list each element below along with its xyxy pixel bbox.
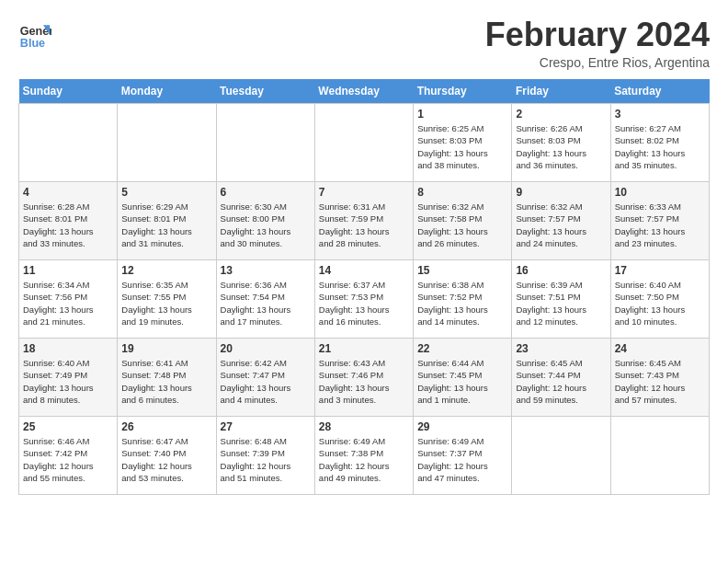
table-row (314, 104, 413, 182)
table-row: 19Sunrise: 6:41 AM Sunset: 7:48 PM Dayli… (118, 339, 216, 417)
table-row: 12Sunrise: 6:35 AM Sunset: 7:55 PM Dayli… (118, 260, 216, 339)
svg-text:Blue: Blue (20, 37, 45, 50)
header-thursday: Thursday (414, 79, 512, 104)
table-row: 27Sunrise: 6:48 AM Sunset: 7:39 PM Dayli… (216, 417, 314, 495)
table-row: 20Sunrise: 6:42 AM Sunset: 7:47 PM Dayli… (216, 339, 314, 417)
table-row: 21Sunrise: 6:43 AM Sunset: 7:46 PM Dayli… (314, 339, 413, 417)
day-number: 19 (121, 342, 211, 355)
table-row: 29Sunrise: 6:49 AM Sunset: 7:37 PM Dayli… (414, 417, 512, 495)
day-info: Sunrise: 6:49 AM Sunset: 7:37 PM Dayligh… (417, 435, 507, 484)
day-info: Sunrise: 6:42 AM Sunset: 7:47 PM Dayligh… (221, 357, 311, 406)
table-row: 25Sunrise: 6:46 AM Sunset: 7:42 PM Dayli… (19, 417, 118, 495)
day-info: Sunrise: 6:31 AM Sunset: 7:59 PM Dayligh… (319, 201, 409, 249)
day-number: 5 (121, 186, 211, 199)
table-row: 17Sunrise: 6:40 AM Sunset: 7:50 PM Dayli… (610, 260, 709, 339)
title-section: February 2024 Crespo, Entre Rios, Argent… (485, 18, 710, 70)
table-row: 22Sunrise: 6:44 AM Sunset: 7:45 PM Dayli… (414, 339, 512, 417)
table-row: 6Sunrise: 6:30 AM Sunset: 8:00 PM Daylig… (216, 182, 314, 260)
day-info: Sunrise: 6:26 AM Sunset: 8:03 PM Dayligh… (516, 122, 606, 171)
table-row: 16Sunrise: 6:39 AM Sunset: 7:51 PM Dayli… (512, 260, 610, 339)
day-info: Sunrise: 6:39 AM Sunset: 7:51 PM Dayligh… (516, 279, 606, 327)
day-number: 21 (319, 342, 409, 355)
table-row: 1Sunrise: 6:25 AM Sunset: 8:03 PM Daylig… (414, 104, 512, 182)
day-info: Sunrise: 6:46 AM Sunset: 7:42 PM Dayligh… (23, 435, 113, 484)
table-row: 28Sunrise: 6:49 AM Sunset: 7:38 PM Dayli… (314, 417, 413, 495)
table-row: 10Sunrise: 6:33 AM Sunset: 7:57 PM Dayli… (610, 182, 709, 260)
day-number: 13 (221, 264, 311, 277)
header-friday: Friday (512, 79, 610, 104)
day-info: Sunrise: 6:30 AM Sunset: 8:00 PM Dayligh… (221, 201, 311, 249)
table-row: 2Sunrise: 6:26 AM Sunset: 8:03 PM Daylig… (512, 104, 610, 182)
day-number: 25 (23, 420, 113, 433)
day-info: Sunrise: 6:44 AM Sunset: 7:45 PM Dayligh… (417, 357, 507, 406)
table-row: 26Sunrise: 6:47 AM Sunset: 7:40 PM Dayli… (118, 417, 216, 495)
day-number: 9 (516, 186, 606, 199)
day-number: 6 (221, 186, 311, 199)
header-monday: Monday (118, 79, 216, 104)
day-info: Sunrise: 6:40 AM Sunset: 7:50 PM Dayligh… (615, 279, 705, 327)
table-row (216, 104, 314, 182)
table-row: 11Sunrise: 6:34 AM Sunset: 7:56 PM Dayli… (19, 260, 118, 339)
day-number: 7 (319, 186, 409, 199)
table-row (19, 104, 118, 182)
day-number: 18 (23, 342, 113, 355)
calendar-header-row: Sunday Monday Tuesday Wednesday Thursday… (19, 79, 710, 104)
day-number: 20 (221, 342, 311, 355)
table-row: 15Sunrise: 6:38 AM Sunset: 7:52 PM Dayli… (414, 260, 512, 339)
day-number: 11 (23, 264, 113, 277)
table-row (512, 417, 610, 495)
day-info: Sunrise: 6:25 AM Sunset: 8:03 PM Dayligh… (417, 122, 507, 171)
calendar-week-5: 25Sunrise: 6:46 AM Sunset: 7:42 PM Dayli… (19, 417, 710, 495)
day-info: Sunrise: 6:28 AM Sunset: 8:01 PM Dayligh… (23, 201, 113, 249)
calendar-week-4: 18Sunrise: 6:40 AM Sunset: 7:49 PM Dayli… (19, 339, 710, 417)
day-info: Sunrise: 6:47 AM Sunset: 7:40 PM Dayligh… (121, 435, 211, 484)
day-info: Sunrise: 6:36 AM Sunset: 7:54 PM Dayligh… (221, 279, 311, 327)
day-info: Sunrise: 6:48 AM Sunset: 7:39 PM Dayligh… (221, 435, 311, 484)
day-number: 8 (417, 186, 507, 199)
day-number: 27 (221, 420, 311, 433)
day-number: 14 (319, 264, 409, 277)
day-info: Sunrise: 6:35 AM Sunset: 7:55 PM Dayligh… (121, 279, 211, 327)
day-number: 17 (615, 264, 705, 277)
day-info: Sunrise: 6:29 AM Sunset: 8:01 PM Dayligh… (121, 201, 211, 249)
location-subtitle: Crespo, Entre Rios, Argentina (485, 55, 710, 70)
month-title: February 2024 (485, 18, 710, 52)
day-info: Sunrise: 6:27 AM Sunset: 8:02 PM Dayligh… (615, 122, 705, 171)
header-sunday: Sunday (19, 79, 118, 104)
table-row: 18Sunrise: 6:40 AM Sunset: 7:49 PM Dayli… (19, 339, 118, 417)
day-number: 28 (319, 420, 409, 433)
header-saturday: Saturday (610, 79, 709, 104)
table-row: 5Sunrise: 6:29 AM Sunset: 8:01 PM Daylig… (118, 182, 216, 260)
day-info: Sunrise: 6:45 AM Sunset: 7:43 PM Dayligh… (615, 357, 705, 406)
day-number: 2 (516, 108, 606, 121)
logo: General Blue (18, 18, 51, 52)
day-number: 15 (417, 264, 507, 277)
day-info: Sunrise: 6:43 AM Sunset: 7:46 PM Dayligh… (319, 357, 409, 406)
table-row: 24Sunrise: 6:45 AM Sunset: 7:43 PM Dayli… (610, 339, 709, 417)
calendar-week-2: 4Sunrise: 6:28 AM Sunset: 8:01 PM Daylig… (19, 182, 710, 260)
day-number: 16 (516, 264, 606, 277)
day-info: Sunrise: 6:41 AM Sunset: 7:48 PM Dayligh… (121, 357, 211, 406)
logo-icon: General Blue (18, 18, 51, 52)
header: General Blue February 2024 Crespo, Entre… (18, 18, 710, 70)
day-number: 24 (615, 342, 705, 355)
calendar-week-3: 11Sunrise: 6:34 AM Sunset: 7:56 PM Dayli… (19, 260, 710, 339)
table-row (118, 104, 216, 182)
day-info: Sunrise: 6:32 AM Sunset: 7:58 PM Dayligh… (417, 201, 507, 249)
day-number: 29 (417, 420, 507, 433)
day-number: 4 (23, 186, 113, 199)
day-number: 10 (615, 186, 705, 199)
day-info: Sunrise: 6:38 AM Sunset: 7:52 PM Dayligh… (417, 279, 507, 327)
day-number: 26 (121, 420, 211, 433)
table-row: 7Sunrise: 6:31 AM Sunset: 7:59 PM Daylig… (314, 182, 413, 260)
calendar-table: Sunday Monday Tuesday Wednesday Thursday… (18, 79, 710, 495)
day-info: Sunrise: 6:45 AM Sunset: 7:44 PM Dayligh… (516, 357, 606, 406)
table-row: 8Sunrise: 6:32 AM Sunset: 7:58 PM Daylig… (414, 182, 512, 260)
table-row (610, 417, 709, 495)
day-number: 23 (516, 342, 606, 355)
header-tuesday: Tuesday (216, 79, 314, 104)
table-row: 13Sunrise: 6:36 AM Sunset: 7:54 PM Dayli… (216, 260, 314, 339)
table-row: 4Sunrise: 6:28 AM Sunset: 8:01 PM Daylig… (19, 182, 118, 260)
day-info: Sunrise: 6:32 AM Sunset: 7:57 PM Dayligh… (516, 201, 606, 249)
table-row: 9Sunrise: 6:32 AM Sunset: 7:57 PM Daylig… (512, 182, 610, 260)
